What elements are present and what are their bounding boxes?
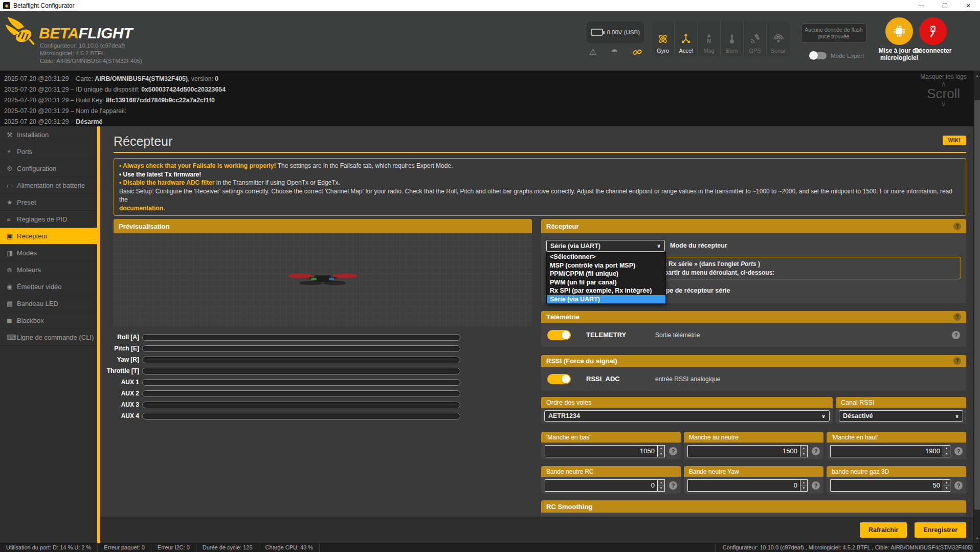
stick-center-stepper[interactable]: ▲▼ xyxy=(800,445,808,457)
battery-voltage: 0.00V (USB) xyxy=(607,29,640,35)
sidebar-item-blackbox[interactable]: ◼Blackbox xyxy=(0,312,97,329)
receiver-mode-option[interactable]: Rx SPI (par exemple, Rx intégrée) xyxy=(547,286,665,295)
documentation-link[interactable]: documentation. xyxy=(119,205,165,212)
help-icon[interactable]: ? xyxy=(954,481,963,490)
sidebar-item-ports[interactable]: ⚡Ports xyxy=(0,143,97,160)
log-line: 2025-07-20 @20:31:29 – ID unique du disp… xyxy=(4,84,980,95)
deadband-stepper[interactable]: ▲▼ xyxy=(657,479,665,492)
motor-icon: ⊚ xyxy=(7,266,17,274)
receiver-mode-option[interactable]: MSP (contrôle via port MSP) xyxy=(547,261,665,270)
sidebar-item-pid-tuning[interactable]: ≡Réglages de PID xyxy=(0,211,97,228)
sidebar-item-receiver[interactable]: ▣Récepteur xyxy=(0,228,97,245)
sidebar-item-presets[interactable]: ★Preset xyxy=(0,194,97,211)
sensor-label: Gyro xyxy=(657,48,669,54)
svg-text:N: N xyxy=(707,38,711,44)
scrollbar-thumb[interactable] xyxy=(974,100,980,510)
yaw-deadband-stepper[interactable]: ▲▼ xyxy=(800,479,808,492)
scrollbar-down-icon[interactable]: ▼ xyxy=(974,535,980,542)
3d-deadband-stepper[interactable]: ▲▼ xyxy=(943,479,950,492)
sidebar-item-video-transmitter[interactable]: ◉Émetteur vidéo xyxy=(0,278,97,295)
telemetry-toggle[interactable] xyxy=(547,330,571,340)
stepper-down-icon[interactable]: ▼ xyxy=(658,451,664,457)
stick-min-input[interactable]: 1050 xyxy=(545,445,657,457)
stick-min-stepper[interactable]: ▲▼ xyxy=(657,445,665,457)
rssi-channel-select[interactable]: Désactivé ∨ xyxy=(839,410,963,422)
sidebar-item-configuration[interactable]: ⚙Configuration xyxy=(0,160,97,177)
help-icon[interactable]: ? xyxy=(952,331,960,339)
help-icon[interactable]: ? xyxy=(669,447,677,455)
sidebar-item-modes[interactable]: ◨Modes xyxy=(0,245,97,261)
receiver-mode-option[interactable]: PWM (un fil par canal) xyxy=(547,278,665,287)
scrollbar-up-icon[interactable]: ▲ xyxy=(974,72,980,79)
yaw-deadband-input[interactable]: 0 xyxy=(687,479,800,492)
help-icon[interactable]: ? xyxy=(953,313,961,321)
minimize-button[interactable] xyxy=(909,0,933,11)
yaw-deadband-title: Bande neutre Yaw xyxy=(689,468,739,475)
stepper-up-icon[interactable]: ▲ xyxy=(658,446,664,452)
help-icon[interactable]: ? xyxy=(953,357,961,365)
telemetry-description: Sortie télémétrie xyxy=(655,332,700,339)
help-icon[interactable]: ? xyxy=(953,223,961,230)
stepper-down-icon[interactable]: ▼ xyxy=(800,485,807,491)
log-line: 2025-07-20 @20:31:29 – Nom de l'appareil… xyxy=(4,106,980,117)
receiver-tab-content: Récepteur WIKI • Always check that your … xyxy=(100,126,980,543)
sidebar-item-led-strip[interactable]: ▤Bandeau LED xyxy=(0,295,97,312)
stick-min-box: 'Manche en bas'1050▲▼? xyxy=(541,432,681,459)
channel-label: Yaw [R] xyxy=(100,356,139,363)
stepper-up-icon[interactable]: ▲ xyxy=(943,480,950,486)
stepper-down-icon[interactable]: ▼ xyxy=(800,451,807,457)
save-button[interactable]: Enregistrer xyxy=(915,522,966,538)
receiver-mode-select[interactable]: Série (via UART) ∨ xyxy=(546,240,665,252)
3d-deadband-input[interactable]: 50 xyxy=(830,479,943,492)
stick-center-input[interactable]: 1500 xyxy=(687,445,800,457)
stick-center-title: Manche au neutre xyxy=(689,434,739,441)
refresh-button[interactable]: Rafraîchir xyxy=(860,522,907,538)
stick-max-input[interactable]: 1900 xyxy=(830,445,943,457)
receiver-panel-title: Récepteur xyxy=(546,223,579,230)
disconnect-button[interactable]: Déconnecter xyxy=(903,17,963,54)
sidebar-item-label: Ligne de commande (CLI) xyxy=(17,334,94,341)
terminal-icon: ⌨ xyxy=(7,334,17,341)
window-titlebar: ◆ Betaflight Configurator × xyxy=(0,0,980,11)
rssi-channel-box: Canal RSSI Désactivé ∨ xyxy=(836,397,966,424)
main-scrollbar[interactable]: ▲ ▼ xyxy=(973,71,980,543)
channel-label: AUX 4 xyxy=(100,412,139,419)
stepper-up-icon[interactable]: ▲ xyxy=(800,446,807,452)
help-icon[interactable]: ? xyxy=(812,447,820,455)
rssi-adc-toggle[interactable] xyxy=(547,374,571,384)
help-icon[interactable]: ? xyxy=(812,481,820,490)
stepper-up-icon[interactable]: ▲ xyxy=(943,446,950,452)
deadband-title: Bande neutre RC xyxy=(546,468,594,475)
scroll-label: Scroll xyxy=(920,87,967,100)
statusbar: Utilisation du port: D: 14 % U: 2 %Erreu… xyxy=(0,543,980,552)
help-icon[interactable]: ? xyxy=(669,481,677,490)
stepper-up-icon[interactable]: ▲ xyxy=(658,480,664,486)
stick-max-stepper[interactable]: ▲▼ xyxy=(943,445,950,457)
sidebar-item-label: Moteurs xyxy=(17,266,41,274)
channel-map-select[interactable]: AETR1234 ∨ xyxy=(544,410,830,422)
receiver-icon: ▣ xyxy=(7,232,17,240)
channel-label: Throttle [T] xyxy=(100,367,139,374)
channel-label: Pitch [E] xyxy=(100,345,139,352)
stepper-down-icon[interactable]: ▼ xyxy=(943,451,950,457)
stepper-down-icon[interactable]: ▼ xyxy=(943,485,950,491)
receiver-mode-option[interactable]: <Sélectionner> xyxy=(547,253,665,261)
betaflight-configurator-window: ◆ Betaflight Configurator × BETAFLIGHT xyxy=(0,0,980,552)
yaw-deadband-box: Bande neutre Yaw0▲▼? xyxy=(684,466,823,494)
deadband-input[interactable]: 0 xyxy=(545,479,657,492)
wiki-button[interactable]: WIKI xyxy=(943,136,966,145)
sidebar-item-label: Réglages de PID xyxy=(17,215,67,223)
sidebar-item-installation[interactable]: ⚒Installation xyxy=(0,126,97,143)
sidebar-item-motors[interactable]: ⊚Moteurs xyxy=(0,261,97,278)
receiver-mode-option[interactable]: Série (via UART) xyxy=(547,295,665,304)
quadcopter-model xyxy=(284,261,361,299)
sidebar-item-power-battery[interactable]: ▭Alimentation et batterie xyxy=(0,177,97,194)
expert-mode-toggle[interactable] xyxy=(809,52,827,59)
help-icon[interactable]: ? xyxy=(954,447,963,455)
stepper-down-icon[interactable]: ▼ xyxy=(658,485,664,491)
stepper-up-icon[interactable]: ▲ xyxy=(800,480,807,486)
receiver-mode-option[interactable]: PPM/CPPM (fil unique) xyxy=(547,270,665,278)
close-button[interactable]: × xyxy=(956,0,980,11)
sidebar-item-cli[interactable]: ⌨Ligne de commande (CLI) xyxy=(0,329,97,346)
maximize-button[interactable] xyxy=(933,0,956,11)
